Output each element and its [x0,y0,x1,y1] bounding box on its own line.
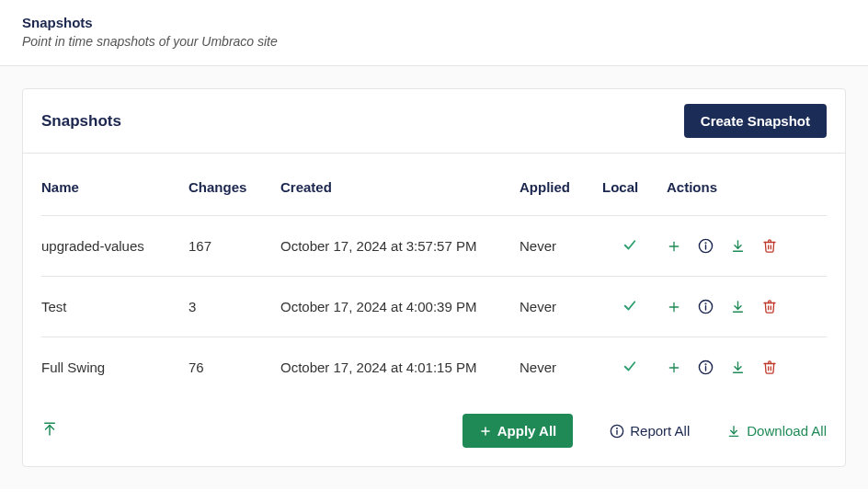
table-row: Full Swing76October 17, 2024 at 4:01:15 … [41,337,827,398]
cell-name: Full Swing [41,337,188,398]
svg-point-22 [705,364,706,365]
cell-actions [667,337,827,398]
cell-created: October 17, 2024 at 4:00:39 PM [280,277,520,337]
download-icon [730,299,746,314]
info-icon [698,359,714,375]
download-icon [730,359,746,375]
header-actions: Actions [667,154,827,216]
page-title: Snapshots [22,15,846,30]
cell-name: Test [41,277,188,337]
row-info-button[interactable] [698,359,714,375]
plus-icon [667,360,681,375]
apply-all-button[interactable]: Apply All [463,414,573,448]
download-all-label: Download All [747,423,827,439]
content-area: Snapshots Create Snapshot Name Changes C… [0,66,868,489]
cell-actions [667,216,827,277]
cell-applied: Never [520,216,602,277]
cell-changes: 3 [188,277,280,337]
info-icon [698,299,714,314]
cell-name: upgraded-values [41,216,188,277]
row-delete-button[interactable] [762,359,777,375]
create-snapshot-label: Create Snapshot [701,113,810,129]
cell-created: October 17, 2024 at 4:01:15 PM [280,337,520,398]
svg-point-13 [705,303,706,304]
upload-button[interactable] [41,421,58,438]
cell-local [602,277,667,337]
cell-local [602,337,667,398]
check-icon [622,361,638,377]
plus-icon [667,239,681,254]
apply-all-label: Apply All [497,423,556,439]
trash-icon [762,238,777,254]
row-download-button[interactable] [730,238,746,254]
cell-changes: 167 [188,216,280,277]
row-info-button[interactable] [698,299,714,314]
row-download-button[interactable] [730,359,746,375]
card-title: Snapshots [41,112,121,131]
plus-icon [479,425,492,438]
report-all-label: Report All [630,423,690,439]
header-name: Name [41,154,188,216]
card-header: Snapshots Create Snapshot [23,89,845,154]
download-icon [730,238,746,254]
page-subtitle: Point in time snapshots of your Umbraco … [22,34,846,49]
trash-icon [762,359,777,375]
header-created: Created [280,154,520,216]
table-header-row: Name Changes Created Applied Local Actio… [41,154,827,216]
report-all-button[interactable]: Report All [610,423,690,439]
info-icon [610,424,624,439]
cell-applied: Never [520,337,602,398]
header-local: Local [602,154,667,216]
cell-changes: 76 [188,337,280,398]
row-add-button[interactable] [667,300,681,314]
trash-icon [762,299,777,314]
row-info-button[interactable] [698,238,714,254]
header-changes: Changes [188,154,280,216]
table-row: upgraded-values167October 17, 2024 at 3:… [41,216,827,277]
header-applied: Applied [520,154,602,216]
download-all-button[interactable]: Download All [726,423,827,439]
svg-point-33 [617,428,618,428]
upload-icon [41,421,58,438]
create-snapshot-button[interactable]: Create Snapshot [684,104,827,138]
plus-icon [667,300,681,314]
card-footer: Apply All Report All Download All [23,397,845,466]
check-icon [622,240,638,256]
cell-applied: Never [520,277,602,337]
row-download-button[interactable] [730,299,746,314]
cell-actions [667,277,827,337]
row-delete-button[interactable] [762,238,777,254]
page-header: Snapshots Point in time snapshots of you… [0,0,868,66]
snapshots-card: Snapshots Create Snapshot Name Changes C… [22,88,846,467]
row-add-button[interactable] [667,360,681,375]
snapshots-table: Name Changes Created Applied Local Actio… [41,154,827,397]
cell-local [602,216,667,277]
svg-point-4 [705,243,706,244]
table-row: Test3October 17, 2024 at 4:00:39 PMNever [41,277,827,337]
cell-created: October 17, 2024 at 3:57:57 PM [280,216,520,277]
row-add-button[interactable] [667,239,681,254]
download-icon [726,424,741,439]
row-delete-button[interactable] [762,299,777,314]
check-icon [622,301,638,316]
info-icon [698,238,714,254]
table-wrap: Name Changes Created Applied Local Actio… [23,154,845,397]
